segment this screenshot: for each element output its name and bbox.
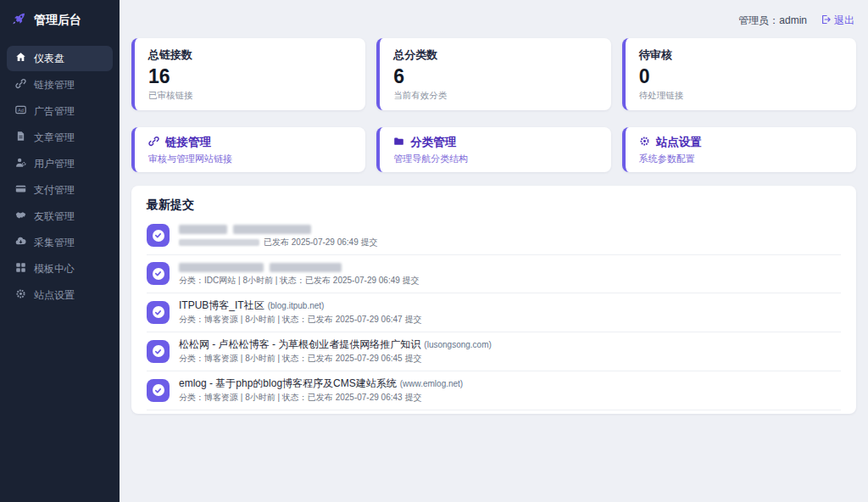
sidebar-item-label: 广告管理	[34, 104, 75, 119]
stat-title: 待审核	[639, 47, 843, 63]
stat-title: 总分类数	[393, 47, 597, 63]
submission-row[interactable]: ITPUB博客_IT社区(blog.itpub.net) 分类：博客资源 | 8…	[147, 293, 841, 332]
submission-row[interactable]: 已发布 2025-07-29 06:49 提交	[147, 217, 841, 255]
topbar: 管理员：admin 退出	[131, 0, 856, 38]
sidebar-item-templates[interactable]: 模板中心	[7, 256, 113, 282]
submission-domain: (blog.itpub.net)	[268, 301, 325, 310]
sign-out-icon	[821, 14, 831, 27]
logout-label: 退出	[834, 14, 854, 28]
panel-title: 最新提交	[147, 198, 841, 213]
quick-card-link-management[interactable]: 链接管理 审核与管理网站链接	[131, 127, 365, 172]
check-badge-icon	[147, 301, 170, 324]
link-icon	[15, 78, 26, 92]
grid-icon	[15, 262, 26, 276]
quick-card-title: 链接管理	[165, 135, 211, 150]
home-icon	[15, 52, 26, 65]
submission-domain: (www.emlog.net)	[400, 379, 463, 388]
gear-icon	[15, 288, 26, 302]
sidebar-item-label: 链接管理	[34, 78, 75, 92]
check-badge-icon	[147, 262, 170, 285]
credit-card-icon	[15, 183, 26, 197]
stat-value: 6	[393, 65, 597, 88]
link-icon	[148, 136, 159, 149]
sidebar-item-label: 用户管理	[34, 157, 75, 171]
sidebar-item-label: 站点设置	[34, 288, 75, 303]
gear-icon	[639, 136, 650, 149]
sidebar: 管理后台 仪表盘 链接管理 Ad 广告管理 文章管理 用户管理 支付管理 友联	[0, 0, 120, 502]
latest-submissions-panel: 最新提交 已发布 2025-07-29 06:49 提交 分类：IDC网站 | …	[131, 186, 856, 414]
stat-subtitle: 当前有效分类	[393, 90, 597, 102]
sidebar-item-articles[interactable]: 文章管理	[7, 125, 113, 150]
app-title: 管理后台	[34, 13, 81, 28]
submission-meta: 分类：博客资源 | 8小时前 | 状态：已发布 2025-07-29 06:47…	[179, 315, 421, 325]
ad-icon: Ad	[15, 104, 26, 118]
submission-meta: 分类：IDC网站 | 8小时前 | 状态：已发布 2025-07-29 06:4…	[179, 276, 420, 286]
stat-card-pending-review: 待审核 0 待处理链接	[622, 38, 856, 110]
sidebar-item-label: 文章管理	[34, 131, 75, 145]
submission-row[interactable]: 松松网 - 卢松松博客 - 为草根创业者提供网络推广知识(lusongsong.…	[147, 332, 841, 371]
file-icon	[15, 131, 26, 144]
submission-row[interactable]: 分类：IDC网站 | 8小时前 | 状态：已发布 2025-07-29 06:4…	[147, 255, 841, 293]
sidebar-item-label: 采集管理	[34, 236, 75, 250]
stat-value: 16	[148, 65, 352, 88]
sidebar-item-label: 模板中心	[34, 262, 75, 276]
quick-card-title: 站点设置	[656, 135, 702, 150]
sidebar-item-site-settings[interactable]: 站点设置	[7, 282, 113, 308]
stat-value: 0	[639, 65, 843, 88]
check-badge-icon	[147, 340, 170, 363]
sidebar-item-collection[interactable]: 采集管理	[7, 230, 113, 255]
stat-subtitle: 已审核链接	[148, 90, 352, 102]
redacted-meta-block	[179, 239, 259, 246]
submission-meta: 分类：博客资源 | 8小时前 | 状态：已发布 2025-07-29 06:45…	[179, 354, 492, 364]
sidebar-item-ads[interactable]: Ad 广告管理	[7, 98, 113, 124]
sidebar-item-payments[interactable]: 支付管理	[7, 177, 113, 203]
stats-row: 总链接数 16 已审核链接 总分类数 6 当前有效分类 待审核 0 待处理链接	[131, 38, 856, 110]
check-badge-icon	[147, 379, 170, 402]
sidebar-item-links[interactable]: 链接管理	[7, 72, 113, 98]
quick-card-subtitle: 审核与管理网站链接	[148, 153, 352, 165]
submission-title-redacted	[179, 223, 378, 235]
cloud-download-icon	[15, 236, 26, 249]
handshake-icon	[15, 209, 26, 223]
submission-meta: 已发布 2025-07-29 06:49 提交	[179, 237, 378, 248]
folder-icon	[393, 136, 404, 149]
stat-card-total-links: 总链接数 16 已审核链接	[131, 38, 365, 110]
sidebar-item-friend-links[interactable]: 友联管理	[7, 204, 113, 229]
quick-links-row: 链接管理 审核与管理网站链接 分类管理 管理导航分类结构 站点设置 系统参数配置	[131, 127, 856, 172]
sidebar-item-dashboard[interactable]: 仪表盘	[7, 46, 113, 71]
main-content: 管理员：admin 退出 总链接数 16 已审核链接 总分类数 6 当前有效分类…	[120, 0, 868, 414]
logout-button[interactable]: 退出	[821, 14, 854, 28]
rocket-icon	[11, 11, 27, 30]
sidebar-item-label: 支付管理	[34, 183, 75, 198]
admin-label: 管理员：admin	[738, 14, 807, 28]
quick-card-site-settings[interactable]: 站点设置 系统参数配置	[622, 127, 856, 172]
quick-card-category-management[interactable]: 分类管理 管理导航分类结构	[376, 127, 610, 172]
sidebar-item-users[interactable]: 用户管理	[7, 151, 113, 176]
sidebar-item-label: 仪表盘	[34, 52, 64, 66]
quick-card-subtitle: 管理导航分类结构	[393, 153, 597, 165]
sidebar-item-label: 友联管理	[34, 209, 75, 224]
submission-row[interactable]: emlog - 基于php的blog博客程序及CMS建站系统(www.emlog…	[147, 371, 841, 410]
stat-card-total-categories: 总分类数 6 当前有效分类	[376, 38, 610, 110]
svg-text:Ad: Ad	[18, 108, 24, 113]
stat-subtitle: 待处理链接	[639, 90, 843, 102]
submission-meta: 分类：博客资源 | 8小时前 | 状态：已发布 2025-07-29 06:43…	[179, 393, 463, 403]
submission-title: 松松网 - 卢松松博客 - 为草根创业者提供网络推广知识(lusongsong.…	[179, 338, 492, 351]
submission-domain: (lusongsong.com)	[424, 340, 491, 349]
check-badge-icon	[147, 224, 170, 247]
submission-title: ITPUB博客_IT社区(blog.itpub.net)	[179, 299, 421, 312]
quick-card-title: 分类管理	[410, 135, 456, 150]
submission-title: emlog - 基于php的blog博客程序及CMS建站系统(www.emlog…	[179, 377, 463, 390]
quick-card-subtitle: 系统参数配置	[639, 153, 843, 165]
user-cog-icon	[15, 157, 26, 170]
sidebar-nav: 仪表盘 链接管理 Ad 广告管理 文章管理 用户管理 支付管理 友联管理 采集管	[0, 39, 120, 308]
app-logo: 管理后台	[0, 0, 120, 39]
submission-title-redacted	[179, 261, 420, 273]
stat-title: 总链接数	[148, 47, 352, 63]
